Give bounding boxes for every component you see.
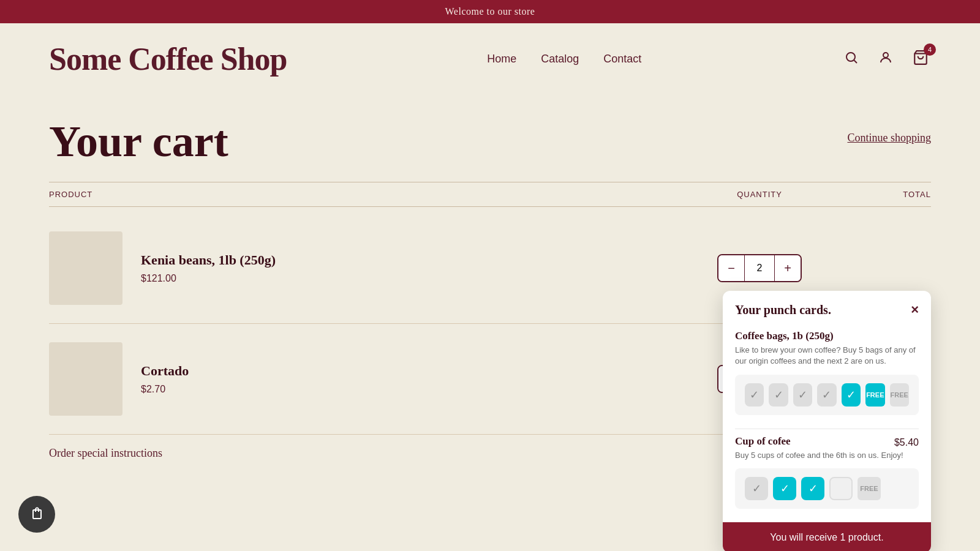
nav-catalog[interactable]: Catalog	[541, 53, 579, 66]
popup-header: Your punch cards. ×	[723, 291, 931, 324]
item-info-2: Cortado $2.70	[141, 363, 698, 395]
item-image-1	[49, 231, 123, 305]
quantity-control-1: − +	[698, 254, 821, 282]
punch-section-2: Cup of cofee $5.40 Buy 5 cups of cofee a…	[723, 429, 931, 522]
order-instructions-label: Order special instructions	[49, 447, 162, 459]
header: Some Coffee Shop Home Catalog Contact 4	[0, 23, 980, 95]
punch-section-1: Coffee bags, 1b (250g) Like to brew your…	[723, 324, 931, 428]
stamp-1-2: ✓	[769, 383, 788, 407]
punch-section-2-title: Cup of cofee	[735, 435, 791, 448]
chat-button[interactable]	[18, 496, 55, 533]
stamp-2-3: ✓	[801, 477, 824, 500]
qty-input-1[interactable]	[744, 255, 775, 281]
punch-section-1-title: Coffee bags, 1b (250g)	[735, 330, 919, 342]
cart-button[interactable]: 4	[910, 47, 931, 72]
punch-section-1-desc: Like to brew your own coffee? Buy 5 bags…	[735, 345, 919, 367]
item-price-2: $2.70	[141, 384, 698, 395]
top-banner: Welcome to our store	[0, 0, 980, 23]
stamp-1-4: ✓	[817, 383, 836, 407]
stamp-1-1: ✓	[745, 383, 764, 407]
qty-increase-1[interactable]: +	[775, 255, 801, 281]
stamp-1-3: ✓	[793, 383, 812, 407]
stamp-2-1: ✓	[745, 477, 768, 500]
punch-section-2-desc: Buy 5 cups of cofee and the 6th is on us…	[735, 450, 919, 461]
logo: Some Coffee Shop	[49, 42, 287, 77]
stamp-2-4	[829, 477, 853, 500]
item-info-1: Kenia beans, 1lb (250g) $121.00	[141, 252, 698, 284]
svg-line-1	[854, 60, 858, 63]
stamp-1-free-2: FREE	[890, 383, 909, 407]
punch-stamps-2: ✓ ✓ ✓ FREE	[735, 468, 919, 509]
punch-stamps-1: ✓ ✓ ✓ ✓ ✓ FREE FREE	[735, 375, 919, 415]
stamp-1-5: ✓	[842, 383, 861, 407]
search-button[interactable]	[842, 48, 861, 71]
cart-badge: 4	[924, 43, 936, 56]
col-product-header: PRODUCT	[49, 190, 698, 199]
main-content: Your cart Continue shopping PRODUCT QUAN…	[0, 95, 980, 484]
qty-decrease-1[interactable]: −	[718, 255, 744, 281]
cup-total: $5.40	[894, 437, 919, 448]
popup-footer: You will receive 1 product.	[723, 522, 931, 551]
popup-footer-text: You will receive 1 product.	[770, 532, 883, 542]
col-quantity-header: QUANTITY	[698, 190, 821, 199]
col-total-header: TOTAL	[821, 190, 931, 199]
shopify-icon	[27, 504, 47, 524]
search-icon	[844, 50, 859, 65]
stamp-2-free: FREE	[858, 477, 881, 500]
item-price-1: $121.00	[141, 273, 698, 284]
svg-point-2	[883, 53, 888, 58]
continue-shopping-button[interactable]: Continue shopping	[847, 132, 931, 144]
header-icons: 4	[842, 47, 931, 72]
item-name-1: Kenia beans, 1lb (250g)	[141, 252, 698, 268]
cart-title: Your cart	[49, 119, 228, 163]
stamp-1-free-1: FREE	[865, 383, 884, 407]
table-headers: PRODUCT QUANTITY TOTAL	[49, 182, 931, 207]
nav-home[interactable]: Home	[487, 53, 516, 66]
account-button[interactable]	[876, 48, 895, 71]
qty-box-1: − +	[717, 254, 802, 282]
banner-text: Welcome to our store	[445, 6, 535, 17]
popup-title: Your punch cards.	[735, 303, 831, 317]
main-nav: Home Catalog Contact	[487, 53, 641, 66]
svg-point-0	[846, 53, 855, 61]
stamp-2-2: ✓	[773, 477, 796, 500]
popup-close-button[interactable]: ×	[911, 302, 919, 318]
account-icon	[878, 50, 893, 65]
item-image-2	[49, 342, 123, 416]
nav-contact[interactable]: Contact	[603, 53, 641, 66]
punch-card-popup: Your punch cards. × Coffee bags, 1b (250…	[723, 291, 931, 551]
item-name-2: Cortado	[141, 363, 698, 379]
cart-header: Your cart Continue shopping	[49, 119, 931, 163]
